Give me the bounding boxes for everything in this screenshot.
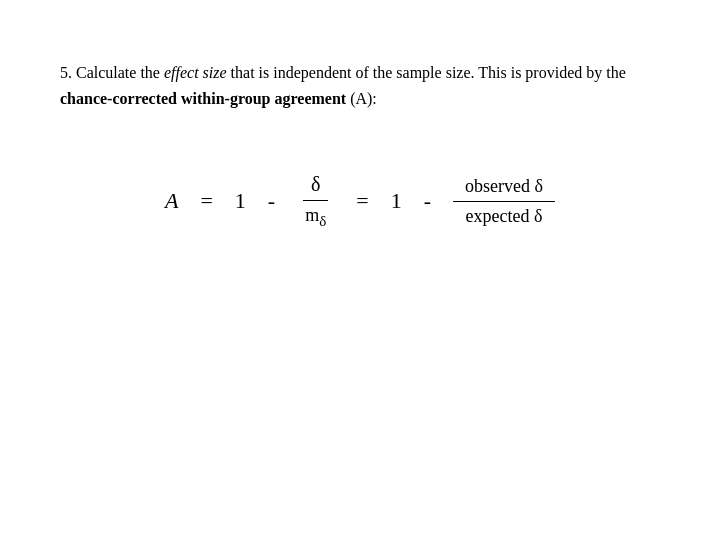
denominator-m: m <box>305 205 319 225</box>
one-2: 1 <box>391 188 402 214</box>
formula: A = 1 - δ mδ = 1 - observed δ expected δ <box>165 171 555 232</box>
large-fraction-numerator: observed δ <box>453 174 555 202</box>
large-fraction: observed δ expected δ <box>453 174 555 229</box>
formula-lhs-var: A <box>165 188 178 214</box>
text-italic: effect size <box>164 64 227 81</box>
minus-sign-2: - <box>420 188 435 214</box>
fraction-denominator: mδ <box>297 201 334 232</box>
page-content: 5. Calculate the effect size that is ind… <box>0 0 720 292</box>
text-bold: chance-corrected within-group agreement <box>60 90 346 107</box>
minus-sign-1: - <box>264 188 279 214</box>
small-fraction: δ mδ <box>297 171 334 232</box>
fraction-numerator-delta: δ <box>303 171 328 201</box>
text-prefix: 5. Calculate the <box>60 64 164 81</box>
formula-container: A = 1 - δ mδ = 1 - observed δ expected δ <box>60 151 660 252</box>
one-1: 1 <box>235 188 246 214</box>
large-fraction-denominator: expected δ <box>454 202 555 229</box>
intro-paragraph: 5. Calculate the effect size that is ind… <box>60 60 660 111</box>
equals-sign-2: = <box>352 188 372 214</box>
equals-sign-1: = <box>196 188 216 214</box>
denominator-sub-delta: δ <box>319 213 326 229</box>
text-middle: that is independent of the sample size. … <box>227 64 626 81</box>
text-suffix: (A): <box>346 90 377 107</box>
